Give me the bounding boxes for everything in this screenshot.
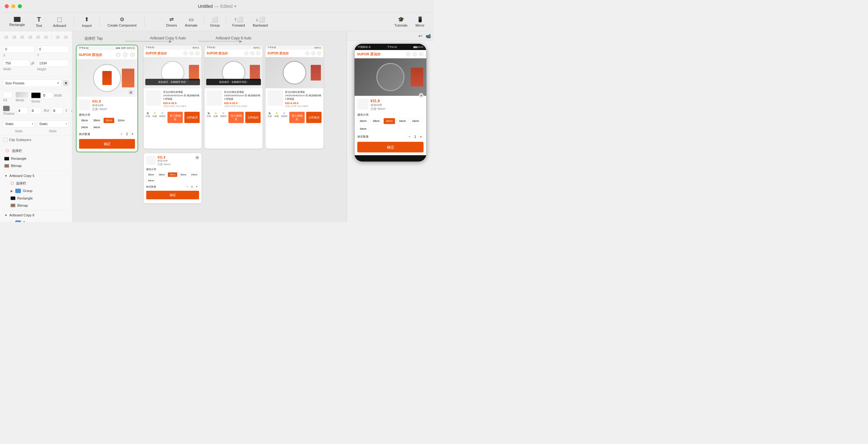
maximize-button[interactable] xyxy=(18,4,22,8)
store-icon-btn-2[interactable]: 🏪店铺 xyxy=(207,112,211,123)
tool-artboard[interactable]: ⬚ Artboard xyxy=(50,14,69,29)
stroke-swatch[interactable] xyxy=(31,93,41,98)
menu-btn-1[interactable] xyxy=(130,52,135,58)
size-24[interactable]: 24cm xyxy=(79,124,90,130)
p-size-26[interactable]: 26cm xyxy=(146,172,156,177)
artboard-copy5-header[interactable]: ▼ Artboard Copy 5 xyxy=(3,172,69,179)
tool-rectangle[interactable]: Rectangle xyxy=(6,15,28,28)
buy-now-btn-4[interactable]: 立即购买 xyxy=(306,112,321,123)
layer-ac5-选择栏[interactable]: ⬡ 选择栏 xyxy=(9,179,69,187)
pv-size-30[interactable]: 30cm xyxy=(384,118,395,124)
align-right-btn[interactable]: ⬜ xyxy=(19,34,25,40)
p-size-28[interactable]: 28cm xyxy=(157,172,167,177)
layer-ac5-bitmap[interactable]: Bitmap xyxy=(9,202,69,209)
size-presets-chevron[interactable]: ▾ xyxy=(63,80,69,86)
align-bottom-btn[interactable]: ⬜ xyxy=(43,34,49,40)
pv-size-26[interactable]: 26cm xyxy=(358,118,369,124)
p-size-24[interactable]: 24cm xyxy=(189,172,199,177)
shadow-value-input[interactable] xyxy=(17,107,28,114)
clip-sublayers-checkbox[interactable] xyxy=(3,138,7,142)
store-icon-btn-3[interactable]: 🏪店铺 xyxy=(268,112,272,123)
x-input[interactable] xyxy=(3,46,35,53)
fill-swatch[interactable] xyxy=(3,92,12,97)
cart-icon-btn[interactable]: 🛒购物车 xyxy=(159,112,166,123)
p-size-34[interactable]: 34cm xyxy=(146,178,156,183)
main-artboard-frame[interactable]: 下午8:32 ●●● WiFi 81%🔋 SUPOR 苏泊尔 xyxy=(76,45,137,152)
pv-qty-plus[interactable]: + xyxy=(418,134,424,140)
collect-icon-btn[interactable]: ⭐收藏 xyxy=(153,112,157,123)
tool-mirror[interactable]: 📱 Mirror xyxy=(412,15,428,29)
popup-qty-plus[interactable]: + xyxy=(195,184,199,189)
tool-text[interactable]: T Text xyxy=(31,14,47,30)
size-28[interactable]: 28cm xyxy=(91,118,102,123)
collect-icon-btn-2[interactable]: ⭐收藏 xyxy=(213,112,218,123)
pv-size-34[interactable]: 34cm xyxy=(358,126,369,132)
tool-group[interactable]: ⬜ Group xyxy=(207,15,223,29)
layer-ac5-group[interactable]: ▶ Group xyxy=(9,187,69,195)
vertical-select[interactable]: Static Fixed Fluid xyxy=(37,121,69,127)
copy5-frame-2[interactable]: 下午8:32 81%🔋 SUPOR 苏泊尔 添加成功，在购物车等您~ 苏泊尔钢化… xyxy=(205,45,262,149)
y-input[interactable] xyxy=(37,46,69,53)
stroke-opacity-input[interactable] xyxy=(42,92,53,99)
tool-forward[interactable]: ↑⬜ Forward xyxy=(229,15,248,29)
qty-minus-1[interactable]: − xyxy=(119,131,124,137)
undo-btn[interactable]: ↩ xyxy=(418,33,423,39)
minimize-button[interactable] xyxy=(11,4,15,8)
popup-confirm-btn[interactable]: 确定 xyxy=(146,191,199,200)
close-popup-btn[interactable]: ✕ xyxy=(195,155,199,160)
blur-value-input[interactable] xyxy=(30,107,41,114)
pv-size-32[interactable]: 32cm xyxy=(397,118,408,124)
layer-bitmap[interactable]: Bitmap xyxy=(3,162,69,170)
size-32[interactable]: 32cm xyxy=(116,118,127,123)
add-cart-btn-3[interactable]: 加入购物车 xyxy=(228,112,244,123)
p-size-30[interactable]: 30cm xyxy=(168,172,178,177)
close-button[interactable] xyxy=(5,4,9,8)
align-left-btn[interactable]: ⬜ xyxy=(3,34,9,40)
qty-plus-1[interactable]: + xyxy=(130,131,135,137)
buy-now-btn-3[interactable]: 立即购买 xyxy=(245,112,260,123)
popup-qty-minus[interactable]: − xyxy=(185,184,189,189)
add-cart-btn-4[interactable]: 加入购物车 xyxy=(289,112,305,123)
buy-now-btn-2[interactable]: 立即购买 xyxy=(184,112,200,123)
layer-ac6-group[interactable]: ▶ Group xyxy=(9,219,69,222)
add-cart-btn-2[interactable]: 加入购物车 xyxy=(167,112,183,123)
preview-close-btn[interactable]: ✕ xyxy=(419,93,424,98)
tool-drivers[interactable]: ⇌ Drivers xyxy=(163,15,180,29)
p-size-32[interactable]: 32cm xyxy=(179,172,188,177)
tool-create-component[interactable]: ⚙ Create Component xyxy=(104,15,140,29)
tool-import[interactable]: ⬆ Import xyxy=(79,14,95,29)
tool-tutorials[interactable]: 🎓 Tutorials xyxy=(391,15,410,29)
close-btn-1[interactable]: ✕ xyxy=(128,90,133,95)
width-input[interactable] xyxy=(3,60,29,67)
pv-qty-minus[interactable]: − xyxy=(407,134,412,140)
tool-animate[interactable]: ▭ Animate xyxy=(182,15,200,29)
size-presets-select[interactable]: Size Presets xyxy=(3,80,61,87)
cart-icon-btn-2[interactable]: 🛒购物车 xyxy=(220,112,227,123)
height-input[interactable] xyxy=(37,60,69,67)
shadow-swatch[interactable] xyxy=(3,106,9,111)
layer-ac5-rectangle[interactable]: Rectangle xyxy=(9,195,69,202)
distribute-v-btn[interactable]: ⬜ xyxy=(62,34,68,40)
copy5-frame-1[interactable]: 下午8:32 81%🔋 SUPOR 苏泊尔 添加成功，在购物车等您~ 苏泊尔钢化… xyxy=(144,45,202,149)
align-center-v-btn[interactable]: ⬜ xyxy=(35,34,41,40)
size-30-selected[interactable]: 30cm xyxy=(103,118,114,123)
size-26[interactable]: 26cm xyxy=(79,118,90,123)
shadow-x-input[interactable] xyxy=(52,107,63,114)
cart-icon-btn-3[interactable]: 🛒购物车 xyxy=(281,112,288,123)
tool-backward[interactable]: ↓⬜ Backward xyxy=(250,15,271,29)
pv-size-28[interactable]: 28cm xyxy=(371,118,382,124)
pv-size-24[interactable]: 24cm xyxy=(410,118,422,124)
distribute-h-btn[interactable]: ⬜ xyxy=(55,34,61,40)
layer-选择栏[interactable]: ⬡ 选择栏 xyxy=(3,146,69,155)
pv-confirm-btn[interactable]: 确定 xyxy=(358,142,424,153)
media-swatch[interactable] xyxy=(16,92,28,97)
artboard-copy6-header[interactable]: ▼ Artboard Copy 6 xyxy=(3,212,69,219)
layer-rectangle[interactable]: Rectangle xyxy=(3,155,69,162)
align-top-btn[interactable]: ⬜ xyxy=(27,34,33,40)
collect-icon-btn-3[interactable]: ⭐收藏 xyxy=(274,112,279,123)
horizontal-select[interactable]: Static Fixed Fluid xyxy=(3,121,35,127)
copy6-frame[interactable]: 下午8:32 81%🔋 SUPOR 苏泊尔 苏泊尔钢化玻璃盖 24/26/28/… xyxy=(266,45,323,149)
size-34[interactable]: 34cm xyxy=(91,124,102,130)
video-btn[interactable]: 📹 xyxy=(426,33,431,39)
align-center-h-btn[interactable]: ⬜ xyxy=(11,34,17,40)
